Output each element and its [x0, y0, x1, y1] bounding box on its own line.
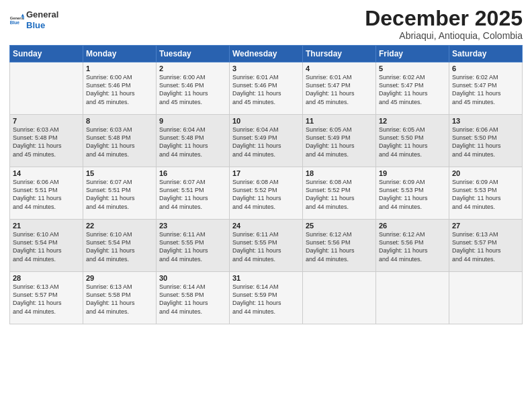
- calendar-cell: 10Sunrise: 6:04 AMSunset: 5:49 PMDayligh…: [230, 115, 303, 167]
- calendar-cell: 15Sunrise: 6:07 AMSunset: 5:51 PMDayligh…: [83, 167, 157, 220]
- day-number: 16: [159, 169, 226, 177]
- day-info: Sunrise: 6:00 AMSunset: 5:46 PMDaylight:…: [86, 73, 153, 106]
- day-number: 28: [13, 274, 80, 282]
- day-info: Sunrise: 6:12 AMSunset: 5:56 PMDaylight:…: [379, 230, 446, 263]
- day-number: 9: [159, 117, 226, 125]
- calendar-cell: 29Sunrise: 6:13 AMSunset: 5:58 PMDayligh…: [83, 272, 157, 324]
- svg-text:Blue: Blue: [10, 19, 20, 24]
- calendar-week-3: 21Sunrise: 6:10 AMSunset: 5:54 PMDayligh…: [10, 220, 523, 272]
- calendar-cell: 28Sunrise: 6:13 AMSunset: 5:57 PMDayligh…: [10, 272, 83, 324]
- day-number: 23: [159, 222, 226, 230]
- day-header-monday: Monday: [83, 46, 157, 62]
- day-number: 27: [452, 222, 519, 230]
- day-info: Sunrise: 6:12 AMSunset: 5:56 PMDaylight:…: [306, 230, 373, 263]
- calendar-week-1: 7Sunrise: 6:03 AMSunset: 5:48 PMDaylight…: [10, 115, 523, 167]
- day-info: Sunrise: 6:04 AMSunset: 5:48 PMDaylight:…: [159, 126, 226, 158]
- calendar-cell: 27Sunrise: 6:13 AMSunset: 5:57 PMDayligh…: [449, 220, 523, 272]
- calendar-header-row: SundayMondayTuesdayWednesdayThursdayFrid…: [10, 46, 523, 62]
- calendar-cell: 8Sunrise: 6:03 AMSunset: 5:48 PMDaylight…: [83, 115, 157, 167]
- day-header-sunday: Sunday: [10, 46, 83, 62]
- day-info: Sunrise: 6:04 AMSunset: 5:49 PMDaylight:…: [232, 126, 300, 158]
- day-info: Sunrise: 6:13 AMSunset: 5:57 PMDaylight:…: [13, 283, 80, 316]
- day-number: 31: [232, 274, 300, 282]
- day-number: 14: [13, 169, 80, 177]
- calendar-cell: 21Sunrise: 6:10 AMSunset: 5:54 PMDayligh…: [10, 220, 83, 272]
- day-number: 4: [306, 64, 373, 73]
- calendar-cell: 25Sunrise: 6:12 AMSunset: 5:56 PMDayligh…: [303, 220, 376, 272]
- calendar-cell: 11Sunrise: 6:05 AMSunset: 5:49 PMDayligh…: [303, 115, 376, 167]
- day-number: 15: [86, 169, 153, 177]
- day-header-saturday: Saturday: [449, 46, 523, 62]
- day-number: 22: [86, 222, 153, 230]
- day-number: 26: [379, 222, 446, 230]
- calendar-cell: [10, 62, 83, 115]
- calendar-cell: 30Sunrise: 6:14 AMSunset: 5:58 PMDayligh…: [157, 272, 230, 324]
- day-info: Sunrise: 6:06 AMSunset: 5:51 PMDaylight:…: [13, 178, 80, 211]
- day-number: 10: [232, 117, 300, 125]
- logo-text: General Blue: [26, 9, 58, 30]
- calendar-cell: 9Sunrise: 6:04 AMSunset: 5:48 PMDaylight…: [157, 115, 230, 167]
- day-info: Sunrise: 6:07 AMSunset: 5:51 PMDaylight:…: [159, 178, 226, 211]
- day-header-tuesday: Tuesday: [157, 46, 230, 62]
- day-number: 7: [13, 117, 80, 125]
- calendar-cell: 23Sunrise: 6:11 AMSunset: 5:55 PMDayligh…: [157, 220, 230, 272]
- calendar-week-0: 1Sunrise: 6:00 AMSunset: 5:46 PMDaylight…: [10, 62, 523, 115]
- day-info: Sunrise: 6:07 AMSunset: 5:51 PMDaylight:…: [86, 178, 153, 211]
- day-info: Sunrise: 6:11 AMSunset: 5:55 PMDaylight:…: [159, 230, 226, 263]
- calendar-cell: [303, 272, 376, 324]
- day-info: Sunrise: 6:13 AMSunset: 5:58 PMDaylight:…: [86, 283, 153, 316]
- day-info: Sunrise: 6:06 AMSunset: 5:50 PMDaylight:…: [452, 126, 519, 158]
- day-info: Sunrise: 6:02 AMSunset: 5:47 PMDaylight:…: [379, 73, 446, 106]
- day-info: Sunrise: 6:11 AMSunset: 5:55 PMDaylight:…: [232, 230, 300, 263]
- day-header-friday: Friday: [376, 46, 449, 62]
- calendar-week-2: 14Sunrise: 6:06 AMSunset: 5:51 PMDayligh…: [10, 167, 523, 220]
- logo-icon: General Blue: [9, 13, 24, 28]
- title-block: December 2025 Abriaqui, Antioquia, Colom…: [365, 7, 523, 41]
- calendar-cell: 31Sunrise: 6:14 AMSunset: 5:59 PMDayligh…: [230, 272, 303, 324]
- header: General Blue General Blue December 2025 …: [9, 7, 523, 41]
- calendar-cell: 17Sunrise: 6:08 AMSunset: 5:52 PMDayligh…: [230, 167, 303, 220]
- calendar-cell: 19Sunrise: 6:09 AMSunset: 5:53 PMDayligh…: [376, 167, 449, 220]
- calendar-cell: [449, 272, 523, 324]
- calendar-cell: 1Sunrise: 6:00 AMSunset: 5:46 PMDaylight…: [83, 62, 157, 115]
- logo: General Blue General Blue: [9, 9, 58, 30]
- day-number: 20: [452, 169, 519, 177]
- day-info: Sunrise: 6:00 AMSunset: 5:46 PMDaylight:…: [159, 73, 226, 106]
- day-header-thursday: Thursday: [303, 46, 376, 62]
- day-number: 6: [452, 64, 519, 73]
- calendar-cell: 26Sunrise: 6:12 AMSunset: 5:56 PMDayligh…: [376, 220, 449, 272]
- day-info: Sunrise: 6:08 AMSunset: 5:52 PMDaylight:…: [306, 178, 373, 211]
- day-number: 19: [379, 169, 446, 177]
- day-header-wednesday: Wednesday: [230, 46, 303, 62]
- day-info: Sunrise: 6:02 AMSunset: 5:47 PMDaylight:…: [452, 73, 519, 106]
- day-number: 2: [159, 64, 226, 73]
- calendar-cell: 3Sunrise: 6:01 AMSunset: 5:46 PMDaylight…: [230, 62, 303, 115]
- calendar-cell: 13Sunrise: 6:06 AMSunset: 5:50 PMDayligh…: [449, 115, 523, 167]
- day-info: Sunrise: 6:03 AMSunset: 5:48 PMDaylight:…: [13, 126, 80, 158]
- day-number: 25: [306, 222, 373, 230]
- calendar-cell: 14Sunrise: 6:06 AMSunset: 5:51 PMDayligh…: [10, 167, 83, 220]
- day-info: Sunrise: 6:13 AMSunset: 5:57 PMDaylight:…: [452, 230, 519, 263]
- day-number: 13: [452, 117, 519, 125]
- calendar-cell: 16Sunrise: 6:07 AMSunset: 5:51 PMDayligh…: [157, 167, 230, 220]
- day-info: Sunrise: 6:05 AMSunset: 5:49 PMDaylight:…: [306, 126, 373, 158]
- day-number: 24: [232, 222, 300, 230]
- month-title: December 2025: [365, 7, 523, 30]
- calendar-cell: 12Sunrise: 6:05 AMSunset: 5:50 PMDayligh…: [376, 115, 449, 167]
- calendar-cell: 22Sunrise: 6:10 AMSunset: 5:54 PMDayligh…: [83, 220, 157, 272]
- day-number: 5: [379, 64, 446, 73]
- calendar-cell: 7Sunrise: 6:03 AMSunset: 5:48 PMDaylight…: [10, 115, 83, 167]
- day-info: Sunrise: 6:05 AMSunset: 5:50 PMDaylight:…: [379, 126, 446, 158]
- calendar-cell: 5Sunrise: 6:02 AMSunset: 5:47 PMDaylight…: [376, 62, 449, 115]
- location: Abriaqui, Antioquia, Colombia: [365, 30, 523, 41]
- day-info: Sunrise: 6:01 AMSunset: 5:47 PMDaylight:…: [306, 73, 373, 106]
- day-number: 29: [86, 274, 153, 282]
- day-info: Sunrise: 6:03 AMSunset: 5:48 PMDaylight:…: [86, 126, 153, 158]
- main-container: General Blue General Blue December 2025 …: [0, 0, 532, 411]
- day-number: 12: [379, 117, 446, 125]
- day-info: Sunrise: 6:10 AMSunset: 5:54 PMDaylight:…: [86, 230, 153, 263]
- day-info: Sunrise: 6:09 AMSunset: 5:53 PMDaylight:…: [379, 178, 446, 211]
- calendar-week-4: 28Sunrise: 6:13 AMSunset: 5:57 PMDayligh…: [10, 272, 523, 324]
- day-info: Sunrise: 6:09 AMSunset: 5:53 PMDaylight:…: [452, 178, 519, 211]
- day-number: 11: [306, 117, 373, 125]
